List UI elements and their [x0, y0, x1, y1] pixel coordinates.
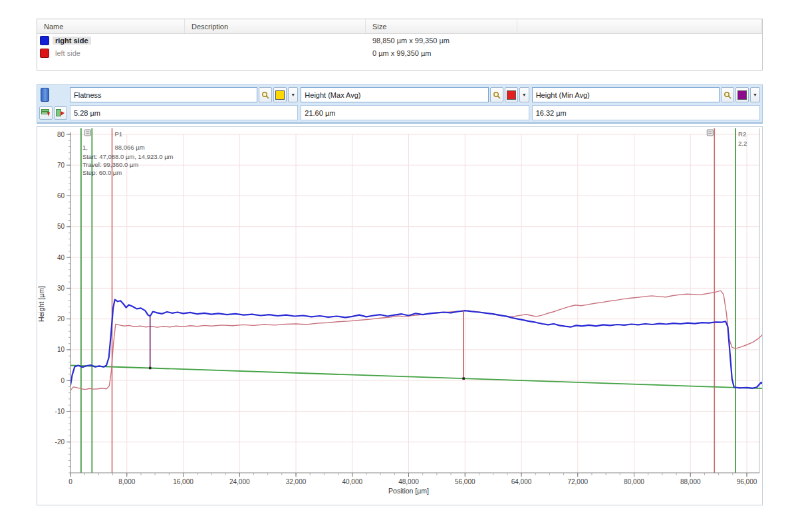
profile-traces	[70, 291, 762, 390]
travel-annotation: Travel: 99,360.0 µm	[82, 161, 138, 168]
region-label: P1	[115, 130, 123, 138]
magnifier-icon[interactable]	[259, 87, 272, 102]
copy-results-across-button[interactable]	[54, 106, 67, 120]
measurement-toolbar: Flatness ▼ 5.28 µm Height (Max Avg)	[37, 84, 763, 124]
measurement-value-field[interactable]: 5.28 µm	[70, 105, 298, 120]
magnifier-icon[interactable]	[490, 87, 503, 102]
x-tick-label: 16,000	[173, 478, 194, 485]
axes: -20-100102030405060708008,00016,00024,00…	[37, 131, 759, 495]
measurement-value-field[interactable]: 16.32 µm	[532, 105, 760, 120]
chevron-down-icon[interactable]: ▼	[519, 87, 529, 102]
table-arrow-down-icon	[41, 109, 51, 117]
marker-handle-icon[interactable]	[84, 130, 90, 136]
table-arrow-right-icon	[56, 109, 65, 117]
fit-baseline	[70, 366, 762, 389]
x-tick-label: 56,000	[455, 478, 475, 485]
y-tick-label: 20	[57, 315, 65, 323]
right-marker-label: R2	[738, 130, 746, 138]
application-window: Name Description Size right side 98,850 …	[0, 0, 798, 532]
series-color-swatch	[40, 49, 49, 58]
x-tick-label: 88,000	[680, 478, 701, 485]
y-tick-label: 0	[61, 377, 65, 384]
measurement-name-field[interactable]: Height (Max Avg)	[301, 87, 488, 102]
measurement-value-field[interactable]: 21.60 µm	[301, 105, 529, 120]
trace-right-side	[70, 300, 762, 388]
y-tick-label: -10	[55, 408, 65, 415]
right-marker-value: 2.2	[738, 140, 747, 147]
chart-annotations: P11,88,066 µmStart: 47,088.0 µm, 14,923.…	[82, 130, 747, 176]
series-color-swatch	[40, 36, 49, 45]
chevron-down-icon[interactable]: ▼	[750, 87, 760, 102]
y-tick-label: 60	[57, 192, 65, 200]
profile-chart[interactable]: -20-100102030405060708008,00016,00024,00…	[37, 127, 762, 505]
table-row[interactable]: right side 98,850 µm x 99,350 µm	[37, 34, 762, 47]
column-header-description[interactable]: Description	[185, 19, 366, 33]
min-avg-marker[interactable]	[149, 317, 152, 369]
chevron-down-icon[interactable]: ▼	[288, 87, 298, 102]
table-header: Name Description Size	[37, 19, 762, 34]
gridlines	[70, 128, 759, 473]
y-axis-label: Height [µm]	[37, 286, 45, 322]
row-name: left side	[53, 49, 83, 57]
trace-left-side	[70, 291, 762, 390]
x-tick-label: 8,000	[118, 478, 135, 485]
x-tick-label: 96,000	[737, 478, 757, 485]
profile-plot-icon	[41, 88, 49, 102]
x-tick-label: 32,000	[286, 478, 307, 485]
copy-results-down-button[interactable]	[39, 106, 53, 120]
start-annotation: Start: 47,088.0 µm, 14,923.0 µm	[82, 153, 174, 160]
marker-handle-icon[interactable]	[707, 130, 713, 136]
column-header-name[interactable]: Name	[37, 19, 185, 33]
x-axis-label: Position [µm]	[388, 487, 429, 495]
measurement-name-field[interactable]: Flatness	[70, 87, 257, 102]
measurement-group-height-min-avg: Height (Min Avg) ▼ 16.32 µm	[532, 87, 760, 120]
y-tick-label: 50	[57, 223, 65, 230]
column-header-extra[interactable]	[517, 19, 762, 33]
y-tick-label: -20	[55, 438, 65, 446]
x-tick-label: 40,000	[342, 478, 362, 485]
region-width: 88,066 µm	[115, 144, 145, 151]
y-tick-label: 70	[57, 162, 65, 169]
y-tick-label: 40	[57, 254, 65, 261]
x-tick-label: 72,000	[567, 478, 588, 485]
plot-color-swatch-button[interactable]	[505, 87, 518, 102]
profile-chart-panel: -20-100102030405060708008,00016,00024,00…	[37, 126, 763, 505]
cursor-lines[interactable]	[81, 128, 735, 473]
x-tick-label: 24,000	[229, 478, 250, 485]
table-row[interactable]: left side 0 µm x 99,350 µm	[37, 47, 762, 59]
measurement-name-field[interactable]: Height (Min Avg)	[532, 87, 720, 102]
measurement-group-height-max-avg: Height (Max Avg) ▼ 21.60 µm	[301, 87, 529, 120]
x-tick-label: 64,000	[511, 478, 532, 485]
x-tick-label: 0	[68, 478, 72, 485]
plot-color-swatch-button[interactable]	[273, 87, 287, 102]
y-tick-label: 30	[57, 285, 65, 292]
y-tick-label: 80	[57, 131, 65, 138]
max-avg-marker[interactable]	[462, 310, 465, 380]
row-size: 98,850 µm x 99,350 µm	[366, 37, 517, 45]
y-tick-label: 10	[57, 346, 65, 353]
region-index: 1,	[82, 144, 88, 151]
region-table: Name Description Size right side 98,850 …	[37, 19, 763, 70]
row-name: right side	[53, 37, 91, 45]
x-tick-label: 48,000	[398, 478, 419, 485]
step-annotation: Step: 60.0 µm	[82, 169, 122, 176]
magnifier-icon[interactable]	[721, 87, 734, 102]
x-tick-label: 80,000	[624, 478, 644, 485]
plot-color-swatch-button[interactable]	[735, 87, 749, 102]
row-size: 0 µm x 99,350 µm	[366, 49, 517, 57]
measurement-group-flatness: Flatness ▼ 5.28 µm	[70, 87, 298, 120]
column-header-size[interactable]: Size	[366, 19, 517, 33]
